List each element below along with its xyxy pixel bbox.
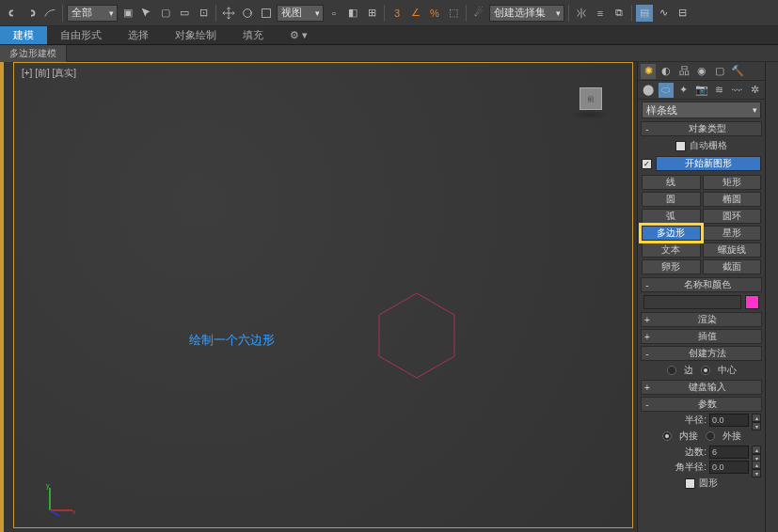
create-tab-icon[interactable]: ✺ [641,64,656,79]
keymode-icon[interactable]: ⊞ [363,5,380,22]
egg-button[interactable]: 卵形 [642,259,701,274]
schematic-icon[interactable]: ⊟ [674,5,691,22]
radius-spinner[interactable]: 0.0 [709,414,749,427]
spinner-snap-icon[interactable]: ⬚ [445,5,462,22]
sides-spinner[interactable]: 6 [709,446,749,459]
tab-populate[interactable]: 填充 [230,26,277,44]
line-button[interactable]: 线 [642,175,701,190]
ribbon-icon[interactable]: ▤ [636,5,653,22]
autogrid-label: 自动栅格 [690,139,727,152]
manip-icon[interactable]: ◧ [344,5,361,22]
parameters-rollout[interactable]: -参数 [641,397,762,412]
svg-marker-2 [379,293,454,378]
panel-scrollbar[interactable] [765,62,778,532]
motion-tab-icon[interactable]: ◉ [694,64,709,79]
mirror-icon[interactable] [573,5,590,22]
edge-radio[interactable] [667,366,676,375]
sides-spin-buttons[interactable]: ▴▾ [752,446,761,459]
rotate-icon[interactable] [239,5,256,22]
named-sel-dropdown[interactable]: 创建选择集 [489,5,564,22]
curve-editor-icon[interactable]: ∿ [655,5,672,22]
object-color-swatch[interactable] [745,295,759,309]
donut-button[interactable]: 圆环 [703,209,762,224]
text-button[interactable]: 文本 [642,243,701,258]
circumscribed-radio[interactable] [706,431,715,441]
viewport-inner[interactable]: [+] [前] [真实] 前 绘制一个六边形 y x [13,62,633,528]
scale-icon[interactable] [258,5,275,22]
inscribed-radio[interactable] [662,431,672,441]
helix-button[interactable]: 螺旋线 [703,243,762,258]
percent-snap-icon[interactable]: % [426,5,443,22]
viewport[interactable]: [+] [前] [真实] 前 绘制一个六边形 y x [0,62,637,532]
hierarchy-tab-icon[interactable]: 品 [676,64,691,79]
category-row: ⬤ ⬭ ✦ 📷 ≋ 〰 ✲ [638,81,765,100]
svg-text:x: x [72,509,76,515]
start-new-shape-button[interactable]: 开始新图形 [656,156,761,171]
refcoord-dropdown[interactable]: 视图 [277,5,324,22]
startnew-checkbox[interactable]: ✓ [642,159,652,169]
creation-method-rollout[interactable]: -创建方法 [641,346,762,361]
utilities-tab-icon[interactable]: 🔨 [730,64,745,79]
layer-icon[interactable]: ⧉ [611,5,627,22]
circle-button[interactable]: 圆 [642,192,701,207]
align-icon[interactable]: ≡ [592,5,609,22]
viewport-label[interactable]: [+] [前] [真实] [22,67,76,80]
autogrid-checkbox[interactable] [675,141,686,151]
arc-button[interactable]: 弧 [642,209,701,224]
helpers-cat-icon[interactable]: ≋ [711,83,726,98]
render-rollout[interactable]: +渲染 [641,312,762,327]
select-name-icon[interactable]: ▢ [157,5,174,22]
subtab-polymodel[interactable]: 多边形建模 [0,45,67,62]
name-color-rollout[interactable]: -名称和颜色 [641,277,762,292]
cursor-icon[interactable] [138,5,155,22]
shapes-cat-icon[interactable]: ⬭ [659,83,674,98]
rectangle-button[interactable]: 矩形 [703,175,762,190]
systems-cat-icon[interactable]: ✲ [747,83,762,98]
rect-select-icon[interactable]: ▭ [176,5,193,22]
center-radio[interactable] [701,366,710,375]
cameras-cat-icon[interactable]: 📷 [694,83,709,98]
keyboard-entry-rollout[interactable]: +键盘输入 [641,380,762,395]
main-toolbar: 全部 ▣ ▢ ▭ ⊡ 视图 ▫ ◧ ⊞ 3 ∠ % ⬚ ☄ 创建选择集 ≡ ⧉ … [0,0,778,26]
corner-radius-spinner[interactable]: 0.0 [709,461,749,474]
object-type-rollout[interactable]: -对象类型 [641,121,762,136]
snap-toggle-icon[interactable]: 3 [389,5,405,22]
tab-objectpaint[interactable]: 对象绘制 [162,26,230,44]
display-tab-icon[interactable]: ▢ [712,64,727,79]
radius-spin-buttons[interactable]: ▴▾ [752,414,761,427]
tab-freeform[interactable]: 自由形式 [47,26,115,44]
ribbon-subtabbar: 多边形建模 [0,45,778,62]
bind-icon[interactable] [41,5,58,22]
annotation-text: 绘制一个六边形 [189,332,275,349]
tab-modeling[interactable]: 建模 [0,26,47,44]
circular-label: 圆形 [699,477,718,490]
tab-gear[interactable]: ⚙ ▾ [277,26,321,44]
editnamed-icon[interactable]: ☄ [470,5,487,22]
link-icon[interactable] [4,5,21,22]
unlink-icon[interactable] [23,5,40,22]
filter-dropdown[interactable]: 全部 [67,5,118,22]
inscribed-label: 内接 [679,430,698,443]
tab-selection[interactable]: 选择 [115,26,162,44]
separator [384,5,385,22]
object-name-input[interactable] [643,295,741,309]
modify-tab-icon[interactable]: ◐ [659,64,674,79]
angle-snap-icon[interactable]: ∠ [407,5,424,22]
viewcube[interactable]: 前 [580,87,602,110]
geometry-cat-icon[interactable]: ⬤ [641,83,656,98]
interpolation-rollout[interactable]: +插值 [641,329,762,344]
pivot-icon[interactable]: ▫ [325,5,342,22]
ellipse-button[interactable]: 椭圆 [703,192,762,207]
subcategory-dropdown[interactable]: 样条线 [642,102,761,118]
spacewarps-cat-icon[interactable]: 〰 [729,83,744,98]
corner-radius-spin-buttons[interactable]: ▴▾ [752,461,761,474]
star-button[interactable]: 星形 [703,226,762,241]
move-icon[interactable] [220,5,237,22]
hexagon-shape [370,289,464,383]
circular-checkbox[interactable] [685,478,695,489]
select-icon[interactable]: ▣ [119,5,136,22]
ngon-button[interactable]: 多边形 [642,226,701,241]
lights-cat-icon[interactable]: ✦ [676,83,691,98]
window-crossing-icon[interactable]: ⊡ [195,5,212,22]
section-button[interactable]: 截面 [703,259,762,274]
